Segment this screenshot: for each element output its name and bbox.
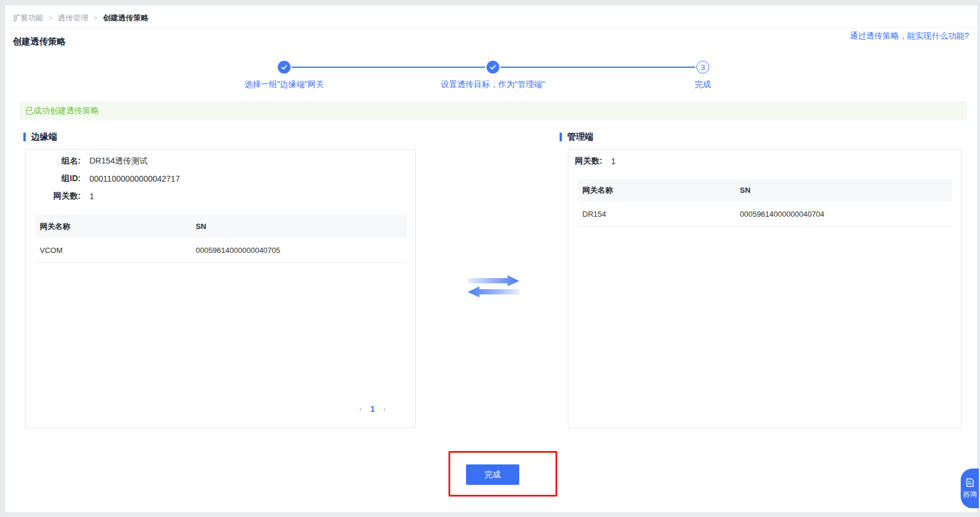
step-3-number: 3 <box>701 63 705 72</box>
title-accent-bar <box>560 133 562 141</box>
breadcrumb-separator-icon: > <box>94 14 98 22</box>
col-gateway-name: 网关名称 <box>578 185 735 196</box>
breadcrumb: 扩展功能 > 透传管理 > 创建透传策略 <box>13 13 149 23</box>
pagination: ‹ 1 › <box>359 404 386 414</box>
pagination-page-1[interactable]: 1 <box>370 404 375 414</box>
main-content: 扩展功能 > 透传管理 > 创建透传策略 创建透传策略 通过透传策略，能实现什么… <box>5 5 977 512</box>
consult-label: 咨询 <box>963 490 977 499</box>
edge-panel-fields: 组名: DR154透传测试 组ID: 00011000000000042717 … <box>26 150 415 205</box>
group-id-value: 00011000000000042717 <box>89 174 180 183</box>
group-name-label: 组名: <box>26 156 81 166</box>
breadcrumb-item-create-policy: 创建透传策略 <box>103 13 149 23</box>
gateway-name-cell: VCOM <box>35 246 191 255</box>
step-2-done-icon <box>486 61 499 74</box>
gateway-sn-cell: 00059614000000040704 <box>735 210 953 218</box>
step-3-number-icon: 3 <box>696 61 709 74</box>
check-icon <box>281 64 288 71</box>
check-icon <box>489 64 496 71</box>
mgmt-gateway-table: 网关名称 SN DR154 00059614000000040704 <box>578 179 953 227</box>
help-link[interactable]: 通过透传策略，能实现什么功能? <box>850 31 969 41</box>
table-row: DR154 00059614000000040704 <box>578 202 953 227</box>
stepper-connector <box>501 67 695 68</box>
gateway-count-label: 网关数: <box>26 191 81 202</box>
gateway-count-value: 1 <box>89 192 94 201</box>
step-3-label: 完成 <box>695 79 711 90</box>
mgmt-section-title: 管理端 <box>560 131 593 143</box>
header-divider <box>5 27 977 28</box>
col-gateway-name: 网关名称 <box>35 221 191 232</box>
mgmt-section-title-text: 管理端 <box>567 131 593 143</box>
gateway-count-label: 网关数: <box>568 156 602 166</box>
edge-gateway-table: 网关名称 SN VCOM 00059614000000040705 <box>35 215 406 263</box>
table-header-row: 网关名称 SN <box>35 215 406 238</box>
step-2-label: 设置透传目标，作为"管理端" <box>441 79 545 90</box>
edge-section-title: 边缘端 <box>23 131 57 143</box>
table-header-row: 网关名称 SN <box>578 179 953 202</box>
table-row: VCOM 00059614000000040705 <box>35 238 406 263</box>
step-1-label: 选择一组"边缘端"网关 <box>244 79 324 90</box>
mgmt-panel-fields: 网关数: 1 <box>568 150 961 170</box>
success-banner: 已成功创建透传策略 <box>19 101 967 120</box>
mgmt-panel: 网关数: 1 网关名称 SN DR154 0005961400000004070… <box>568 149 962 428</box>
finish-button[interactable]: 完成 <box>466 464 519 485</box>
gateway-sn-cell: 00059614000000040705 <box>191 246 406 255</box>
stepper-connector <box>292 67 485 68</box>
edge-section-title-text: 边缘端 <box>31 131 57 143</box>
breadcrumb-item-passthrough-mgmt[interactable]: 透传管理 <box>58 13 88 23</box>
gateway-name-cell: DR154 <box>578 210 735 218</box>
field-group-id: 组ID: 00011000000000042717 <box>26 170 415 188</box>
edge-panel: 组名: DR154透传测试 组ID: 00011000000000042717 … <box>25 149 416 428</box>
title-accent-bar <box>23 133 26 141</box>
app-root: { "breadcrumb": { "separator": ">", "ite… <box>0 0 980 517</box>
document-icon <box>965 478 975 487</box>
field-gateway-count: 网关数: 1 <box>26 188 415 205</box>
field-gateway-count: 网关数: 1 <box>568 152 961 170</box>
col-sn: SN <box>735 186 953 195</box>
pagination-prev-icon[interactable]: ‹ <box>359 404 362 414</box>
transfer-arrows-icon <box>468 274 519 299</box>
breadcrumb-separator-icon: > <box>49 14 53 22</box>
step-1-done-icon <box>278 61 291 74</box>
consult-float-button[interactable]: 咨询 <box>961 469 979 508</box>
group-name-value: DR154透传测试 <box>89 156 148 166</box>
page-title: 创建透传策略 <box>13 36 65 47</box>
group-id-label: 组ID: <box>26 174 81 184</box>
col-sn: SN <box>191 222 406 231</box>
field-group-name: 组名: DR154透传测试 <box>26 152 415 170</box>
gateway-count-value: 1 <box>611 157 616 166</box>
breadcrumb-item-extensions[interactable]: 扩展功能 <box>13 13 43 23</box>
pagination-next-icon[interactable]: › <box>383 404 386 414</box>
